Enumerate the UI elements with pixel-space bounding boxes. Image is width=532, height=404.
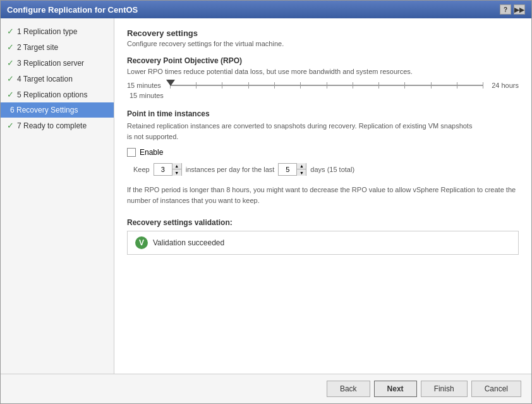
recovery-settings-title: Recovery settings: [127, 28, 519, 38]
recovery-settings-desc: Configure recovery settings for the virt…: [127, 40, 519, 47]
pit-desc-line2: is not supported.: [127, 133, 178, 140]
check-icon-4: ✓: [7, 74, 14, 83]
validation-label: Recovery settings validation:: [127, 218, 519, 227]
keep-down-btn[interactable]: ▼: [172, 169, 181, 176]
keep-label: Keep: [133, 166, 150, 173]
finish-button[interactable]: Finish: [421, 381, 468, 397]
enable-row: Enable: [127, 148, 519, 157]
rpo-max-label: 24 hours: [492, 82, 519, 89]
keep-row: Keep ▲ ▼ instances per day for the last: [133, 163, 519, 176]
configure-replication-dialog: Configure Replication for CentOS ? ▶▶ ✓ …: [0, 0, 532, 404]
keep-input[interactable]: [154, 164, 172, 174]
validation-box: V Validation succeeded: [127, 231, 519, 255]
sidebar-item-target-location[interactable]: ✓ 4 Target location: [1, 71, 114, 87]
sidebar-item-recovery-settings[interactable]: 6 Recovery Settings: [1, 102, 114, 118]
days-up-btn[interactable]: ▲: [297, 163, 306, 169]
sidebar-item-ready-to-complete[interactable]: ✓ 7 Ready to complete: [1, 118, 114, 133]
sidebar-item-label-7: 7 Ready to complete: [17, 121, 87, 130]
main-wrapper: Recovery settings Configure recovery set…: [114, 18, 531, 374]
rpo-desc: Lower RPO times reduce potential data lo…: [127, 68, 519, 75]
rpo-slider-thumb[interactable]: [166, 80, 175, 86]
check-icon-1: ✓: [7, 27, 14, 36]
main-content: Recovery settings Configure recovery set…: [114, 18, 531, 374]
days-down-btn[interactable]: ▼: [297, 169, 306, 176]
back-button[interactable]: Back: [327, 381, 370, 397]
rpo-title: Recovery Point Objective (RPO): [127, 56, 519, 65]
dialog-title: Configure Replication for CentOS: [7, 5, 138, 15]
keep-up-btn[interactable]: ▲: [172, 163, 181, 169]
sidebar-item-replication-server[interactable]: ✓ 3 Replication server: [1, 55, 114, 71]
sidebar-item-label-6: 6 Recovery Settings: [10, 106, 78, 114]
sidebar-item-label-1: 1 Replication type: [17, 27, 77, 36]
sidebar-item-label-5: 5 Replication options: [17, 90, 87, 99]
next-button[interactable]: Next: [374, 381, 417, 397]
rpo-min-label: 15 minutes: [127, 82, 161, 89]
dialog-titlebar: Configure Replication for CentOS ? ▶▶: [1, 1, 531, 18]
enable-checkbox[interactable]: [127, 148, 136, 157]
sidebar-item-label-2: 2 Target site: [17, 43, 58, 52]
pit-title: Point in time instances: [127, 109, 519, 118]
days-spinner-btns: ▲ ▼: [296, 163, 306, 176]
forward-button[interactable]: ▶▶: [514, 4, 525, 15]
rpo-current-value: 15 minutes: [130, 92, 519, 99]
recovery-settings-section: Recovery settings Configure recovery set…: [127, 28, 519, 47]
validation-text: Validation succeeded: [153, 238, 224, 247]
cancel-button[interactable]: Cancel: [471, 381, 521, 397]
days-spinner[interactable]: ▲ ▼: [278, 163, 306, 176]
pit-section: Point in time instances Retained replica…: [127, 109, 519, 205]
dialog-footer: Back Next Finish Cancel: [1, 374, 531, 403]
rpo-slider-track[interactable]: [170, 85, 483, 86]
note-text: If the RPO period is longer than 8 hours…: [127, 185, 519, 205]
validation-icon: V: [135, 236, 148, 249]
sidebar-item-replication-type[interactable]: ✓ 1 Replication type: [1, 23, 114, 39]
sidebar-item-replication-options[interactable]: ✓ 5 Replication options: [1, 87, 114, 102]
check-icon-2: ✓: [7, 42, 14, 52]
check-icon-7: ✓: [7, 121, 14, 130]
check-icon-3: ✓: [7, 58, 14, 68]
help-button[interactable]: ?: [500, 4, 511, 15]
dialog-body: ✓ 1 Replication type ✓ 2 Target site ✓ 3…: [1, 18, 531, 374]
pit-desc: Retained replication instances are conve…: [127, 121, 519, 142]
sidebar-item-label-3: 3 Replication server: [17, 59, 84, 68]
keep-spinner-btns: ▲ ▼: [172, 163, 181, 176]
days-label: days (15 total): [310, 166, 354, 173]
sidebar-item-label-4: 4 Target location: [17, 75, 73, 83]
instances-label: instances per day for the last: [186, 166, 275, 173]
titlebar-controls: ? ▶▶: [500, 4, 525, 15]
check-icon-5: ✓: [7, 90, 14, 99]
days-input[interactable]: [279, 164, 296, 174]
validation-section: Recovery settings validation: V Validati…: [127, 218, 519, 255]
keep-spinner[interactable]: ▲ ▼: [154, 163, 182, 176]
enable-label: Enable: [140, 148, 163, 157]
slider-container: 15 minutes: [127, 82, 519, 89]
sidebar: ✓ 1 Replication type ✓ 2 Target site ✓ 3…: [1, 18, 114, 374]
sidebar-item-target-site[interactable]: ✓ 2 Target site: [1, 39, 114, 55]
rpo-section: Recovery Point Objective (RPO) Lower RPO…: [127, 56, 519, 99]
pit-desc-line1: Retained replication instances are conve…: [127, 122, 472, 130]
